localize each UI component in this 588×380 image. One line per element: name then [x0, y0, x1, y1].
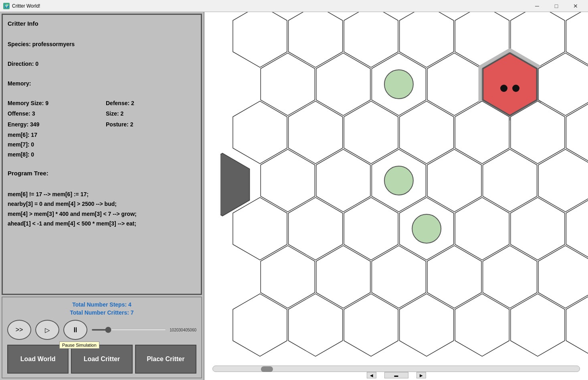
speed-slider[interactable]: [91, 329, 166, 331]
sim-buttons: >> ▷ ⏸ Pause Simulation 10 20 30 40 50: [7, 320, 196, 340]
nav-center[interactable]: ▬: [384, 372, 408, 378]
svg-marker-56: [204, 153, 250, 216]
pause-button[interactable]: ⏸: [63, 320, 87, 340]
info-panel: Critter Info Species: professormyers Dir…: [2, 14, 202, 295]
rule3: mem[4] > mem[3] * 400 and mem[3] < 7 -->…: [8, 209, 196, 218]
maximize-button[interactable]: □: [547, 0, 566, 12]
fast-forward-button[interactable]: >>: [7, 320, 31, 340]
left-panel: Critter Info Species: professormyers Dir…: [0, 12, 204, 380]
species-label: Species: professormyers: [8, 40, 196, 49]
pause-wrapper: ⏸ Pause Simulation: [63, 320, 87, 340]
total-steps: Total Number Steps: 4: [7, 301, 196, 308]
minimize-button[interactable]: ─: [528, 0, 546, 12]
rule1: mem[6] != 17 --> mem[6] := 17;: [8, 190, 196, 199]
play-button[interactable]: ▷: [35, 320, 59, 340]
svg-point-15: [500, 85, 507, 92]
titlebar: 🌍 Critter World! ─ □ ✕: [0, 0, 588, 12]
hex-canvas: [204, 12, 588, 380]
nav-right[interactable]: ▶: [416, 372, 426, 378]
app-icon: 🌍: [3, 3, 10, 9]
mem7-label: mem[7]: 0: [8, 140, 196, 149]
posture-label: Posture: 2: [106, 120, 196, 129]
nav-arrows: ◀ ▬ ▶: [204, 372, 588, 378]
program-tree-title: Program Tree:: [8, 169, 196, 178]
main-container: Critter Info Species: professormyers Dir…: [0, 12, 588, 380]
svg-point-29: [384, 166, 413, 195]
pause-tooltip: Pause Simulation: [59, 341, 99, 349]
load-critter-button[interactable]: Load Critter: [71, 345, 132, 374]
mem6-label: mem[6]: 17: [8, 130, 196, 139]
action-buttons: Load World Load Critter Place Critter: [7, 345, 196, 374]
memory-size-label: Memory Size: 9: [8, 99, 98, 108]
size-label: Size: 2: [106, 109, 196, 118]
svg-point-16: [512, 85, 519, 92]
defense-label: Defense: 2: [106, 99, 196, 108]
horizontal-scrollbar[interactable]: [212, 366, 580, 372]
mem8-label: mem[8]: 0: [8, 150, 196, 159]
app-title: Critter World!: [12, 3, 40, 9]
energy-label: Energy: 349: [8, 120, 98, 129]
rule2: nearby[3] = 0 and mem[4] > 2500 --> bud;: [8, 199, 196, 208]
svg-point-38: [412, 214, 441, 243]
close-button[interactable]: ✕: [566, 0, 585, 12]
titlebar-left: 🌍 Critter World!: [3, 3, 40, 9]
svg-point-11: [384, 70, 413, 99]
speed-slider-area: 10 20 30 40 50 60: [91, 328, 196, 332]
titlebar-controls: ─ □ ✕: [528, 0, 585, 12]
direction-label: Direction: 0: [8, 59, 196, 68]
scrollbar-thumb[interactable]: [261, 366, 273, 372]
memory-title: Memory:: [8, 79, 196, 88]
stats-area: Total Number Steps: 4 Total Number Critt…: [7, 301, 196, 316]
critter-info-title: Critter Info: [8, 19, 196, 28]
speed-tick-labels: 10 20 30 40 50 60: [169, 328, 196, 332]
controls-panel: Total Number Steps: 4 Total Number Critt…: [2, 297, 202, 378]
total-critters: Total Number Critters: 7: [7, 309, 196, 316]
rule4: ahead[1] < -1 and mem[4] < 500 * mem[3] …: [8, 219, 196, 228]
memory-grid: Memory Size: 9 Defense: 2 Offense: 3 Siz…: [8, 98, 196, 130]
nav-left[interactable]: ◀: [367, 372, 376, 378]
load-world-button[interactable]: Load World: [7, 345, 69, 374]
hex-grid-panel[interactable]: ◀ ▬ ▶: [204, 12, 588, 380]
place-critter-button[interactable]: Place Critter: [135, 345, 196, 374]
offense-label: Offense: 3: [8, 109, 98, 118]
